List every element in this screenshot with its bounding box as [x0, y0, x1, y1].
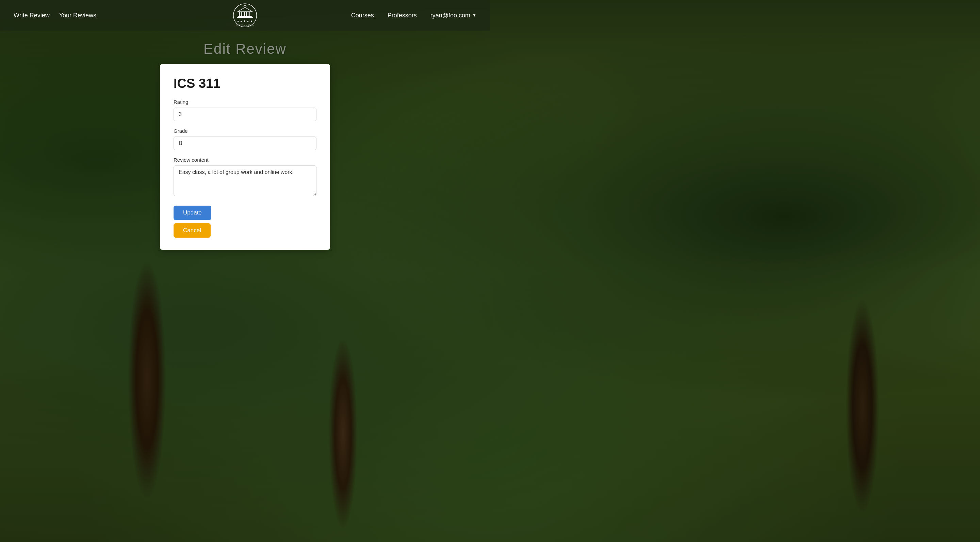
rating-group: Rating	[173, 99, 317, 121]
logo-icon: ★★★★★ HELUNA MĀNOA	[233, 3, 257, 27]
svg-text:HELUNA MĀNOA: HELUNA MĀNOA	[236, 24, 254, 26]
logo-link[interactable]: ★★★★★ HELUNA MĀNOA	[233, 3, 257, 27]
svg-rect-2	[237, 17, 253, 18]
professors-link[interactable]: Professors	[388, 12, 417, 19]
write-review-link[interactable]: Write Review	[14, 12, 50, 19]
courses-link[interactable]: Courses	[351, 12, 374, 19]
user-menu[interactable]: ryan@foo.com ▼	[430, 12, 476, 19]
update-button[interactable]: Update	[173, 206, 211, 220]
navbar: Write Review Your Reviews	[0, 0, 490, 31]
svg-rect-5	[243, 11, 245, 16]
cancel-button[interactable]: Cancel	[173, 223, 211, 238]
page-content: Edit Review ICS 311 Rating Grade Review …	[0, 31, 490, 271]
rating-label: Rating	[173, 99, 317, 105]
page-title: Edit Review	[204, 41, 286, 57]
grade-input[interactable]	[173, 137, 317, 150]
svg-rect-3	[239, 11, 240, 16]
course-title: ICS 311	[173, 76, 317, 91]
svg-rect-6	[247, 11, 247, 16]
svg-text:★★★★★: ★★★★★	[237, 20, 253, 23]
review-content-textarea[interactable]: Easy class, a lot of group work and onli…	[173, 166, 317, 196]
svg-rect-4	[241, 11, 242, 16]
grade-group: Grade	[173, 128, 317, 150]
review-content-label: Review content	[173, 157, 317, 163]
your-reviews-link[interactable]: Your Reviews	[59, 12, 96, 19]
grade-label: Grade	[173, 128, 317, 134]
user-email: ryan@foo.com	[430, 12, 470, 19]
edit-review-form: ICS 311 Rating Grade Review content Easy…	[160, 64, 330, 250]
rating-input[interactable]	[173, 108, 317, 121]
user-menu-dropdown-icon: ▼	[472, 13, 476, 18]
nav-left: Write Review Your Reviews	[14, 12, 168, 19]
svg-rect-1	[238, 16, 252, 17]
nav-center: ★★★★★ HELUNA MĀNOA	[168, 3, 322, 27]
nav-right: Courses Professors ryan@foo.com ▼	[322, 12, 476, 19]
button-row: Update Cancel	[173, 206, 317, 238]
svg-rect-7	[249, 11, 250, 16]
review-content-group: Review content Easy class, a lot of grou…	[173, 157, 317, 198]
